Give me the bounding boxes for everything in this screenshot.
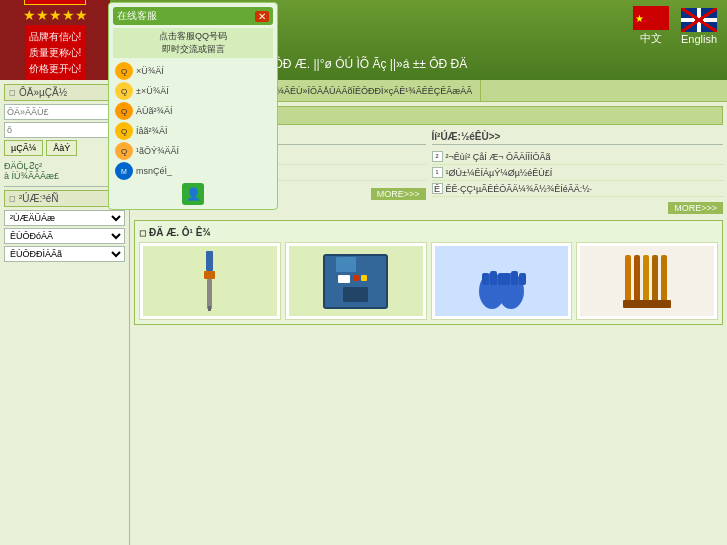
checkbox-5: Ê [432,183,443,194]
msn-icon: M [115,162,133,180]
products-section-title: ◻ ÐÄ Æ. Ô¹ Ê¾ [139,225,718,242]
nav-select-1[interactable]: ²ÚÆÄÛÁæ [4,210,125,226]
product-img-machine [289,246,423,316]
svg-rect-7 [353,275,359,281]
chat-green-user[interactable]: 👤 [113,183,273,205]
nav-divider-1 [4,186,125,187]
chat-avatar-5: Q [115,142,133,160]
flag-star: ★ [635,13,644,24]
svg-rect-13 [490,271,497,285]
svg-rect-19 [634,255,640,307]
nav-section-2[interactable]: ◻ ²ÚÆ:³éÑ [4,190,125,207]
chat-close-button[interactable]: ✕ [255,11,269,22]
svg-rect-3 [208,306,211,311]
product-item-screwdriver[interactable] [139,242,281,320]
flag-cn: ★ [633,6,669,30]
flag-uk-pattern [681,8,717,32]
nav-link-1[interactable]: ÐÄÔĻƧç² [4,161,125,171]
svg-rect-2 [207,279,212,309]
svg-rect-5 [336,257,356,272]
chat-popup-header: 在线客服 ✕ [113,7,273,25]
logo-area: 工具零 五心服务! ★★★★★ 品牌有信心! 质量更称心! 价格更开心! 服务更… [0,0,110,80]
gloves-svg [474,251,529,311]
news-right-more-button[interactable]: MORE>>> [668,202,723,214]
checkbox-4: ¹ [432,167,443,178]
flag-uk [681,8,717,32]
service-item-3: 价格更开心! [29,61,82,77]
nav-link-2[interactable]: à ÍÙ¾ÃÄÃæ£ [4,171,125,181]
news-right-item-2[interactable]: ¹ ¹ØÚ±¼ÊÍÁµÝ¼Øµ½éÊÙ£Í [432,165,724,181]
lang-cn-item[interactable]: ★ 中文 [633,6,669,46]
svg-rect-9 [343,287,368,302]
chat-avatar-3: Q [115,102,133,120]
products-section: ◻ ÐÄ Æ. Ô¹ Ê¾ [134,220,723,325]
product-item-machine[interactable] [285,242,427,320]
nav-select-2[interactable]: ÊÙÔÐóÀÃ [4,228,125,244]
svg-rect-16 [511,271,518,285]
nav-field-2[interactable] [4,122,125,138]
col-right-header: Íí²ÚÆ:½éÊÙ>> [432,129,724,145]
checkbox-3: ² [432,151,443,162]
products-title-icon: ◻ [139,228,146,238]
news-right-item-1[interactable]: ² ²¬Êùí² ÇåÍ Æ¬ ÔÃÄÍÎÍÔÃã [432,149,724,165]
news-left-more-button[interactable]: MORE>>> [371,188,426,200]
stars-row: ★★★★★ [23,7,88,23]
nav-link-row: ÐÄÔĻƧç² à ÍÙ¾ÃÄÃæ£ [4,159,125,183]
col-right: Íí²ÚÆ:½éÊÙ>> ² ²¬Êùí² ÇåÍ Æ¬ ÔÃÄÍÎÍÔÃã ¹… [432,129,724,214]
login-button[interactable]: µÇÃ¼ [4,140,43,156]
product-img-tools [580,246,714,316]
logo-service: 五心服务! [24,0,86,5]
chat-agent-5[interactable]: Q ¹ãÔÝ¾ÄÃÍ [113,141,273,161]
nav-section-1[interactable]: ◻ ÔÄ»µÇÃ½ [4,84,125,101]
chat-agent-3[interactable]: Q ÀÛã²¾ÄÍ [113,101,273,121]
svg-rect-22 [661,255,667,307]
svg-rect-23 [623,300,671,308]
product-img-gloves [435,246,569,316]
nav-select-3[interactable]: ÊÙÔÐÐÌÀÃã [4,246,125,262]
product-img-screwdriver [143,246,277,316]
lang-en-label: English [681,33,717,45]
chat-avatar-1: Q [115,62,133,80]
svg-rect-21 [652,255,658,307]
lang-en-item[interactable]: English [681,8,717,45]
tools-svg [620,250,675,312]
chat-avatar-4: Q [115,122,133,140]
chat-agent-2[interactable]: Q ±×Ü¾ÄÍ [113,81,273,101]
svg-rect-1 [204,271,215,279]
news-right-item-3[interactable]: Ê ÊÊ·ÇÇ¹µÃÊÉÔÃÄ¼¾Â½¾ÊÍéÃÄ:½· [432,181,724,197]
machine-svg [328,252,383,310]
svg-rect-8 [361,275,367,281]
green-user-icon: 👤 [182,183,204,205]
svg-rect-18 [625,255,631,307]
svg-rect-15 [503,273,510,285]
screwdriver-svg [182,251,237,311]
service-item-1: 品牌有信心! [29,29,82,45]
chat-popup: 在线客服 ✕ 点击客服QQ号码 即时交流或留言 Q ×Ü¾ÄÍ Q ±×Ü¾ÄÍ… [108,2,278,210]
nav-field-1[interactable] [4,104,125,120]
header: 工具零 五心服务! ★★★★★ 品牌有信心! 质量更称心! 价格更开心! 服务更… [0,0,727,80]
svg-rect-0 [206,251,213,271]
svg-rect-17 [519,273,526,285]
product-grid [139,242,718,320]
svg-rect-20 [643,255,649,307]
chat-info: 点击客服QQ号码 即时交流或留言 [113,28,273,58]
svg-rect-12 [482,273,489,285]
chat-msn-item[interactable]: M msnÇéÌ_ [113,161,273,181]
chat-agent-4[interactable]: Q Íâã²¾ÄÍ [113,121,273,141]
service-item-2: 质量更称心! [29,45,82,61]
machine-shape [323,254,388,309]
register-button[interactable]: ÅàÝ [46,140,77,156]
svg-rect-6 [338,275,350,283]
nav-section-2-icon: ◻ [9,194,16,203]
lang-cn-label: 中文 [640,31,662,46]
product-item-gloves[interactable] [431,242,573,320]
nav-section-1-icon: ◻ [9,88,16,97]
product-item-tools[interactable] [576,242,718,320]
chat-agent-1[interactable]: Q ×Ü¾ÄÍ [113,61,273,81]
nav-btn-row: µÇÃ¼ ÅàÝ [4,140,125,156]
chat-avatar-2: Q [115,82,133,100]
